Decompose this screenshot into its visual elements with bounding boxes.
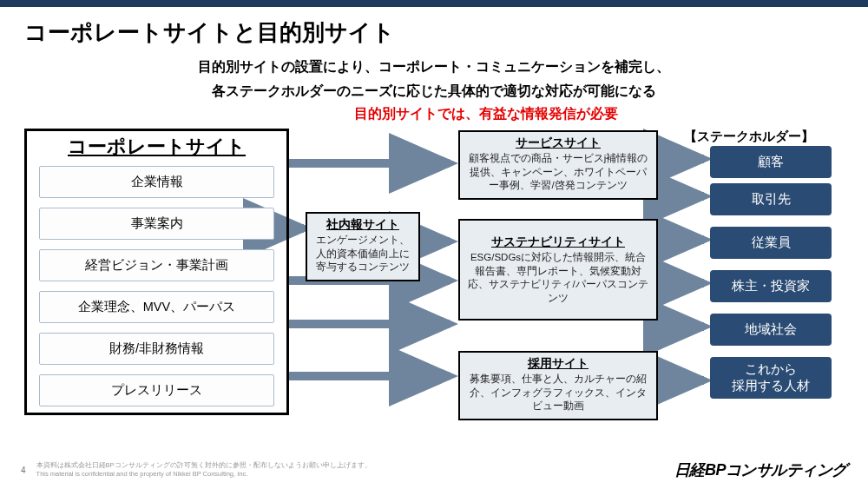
internal-site-title: 社内報サイト [314,217,411,233]
subtitle-line2: 各ステークホルダーのニーズに応じた具体的で適切な対応が可能になる [24,81,844,102]
page-title: コーポレートサイトと目的別サイト [24,17,844,48]
sustain-site-box: サステナビリティサイト ESG/SDGsに対応した情報開示、統合報告書、専門レポ… [458,219,658,320]
top-accent-bar [0,0,868,7]
stakeholder-customer: 顧客 [710,146,832,178]
corp-item: プレスリリース [39,374,274,406]
sustain-site-desc: ESG/SDGsに対応した情報開示、統合報告書、専門レポート、気候変動対応、サス… [467,251,649,305]
corporate-site-box: コーポレートサイト 企業情報 事業案内 経営ビジョン・事業計画 企業理念、MVV… [24,129,289,415]
recruit-site-title: 採用サイト [467,356,649,372]
stakeholder-employee: 従業員 [710,227,832,259]
service-site-title: サービスサイト [467,135,649,151]
recruit-site-desc: 募集要項、仕事と人、カルチャーの紹介、インフォグラフィックス、インタビュー動画 [467,373,649,413]
stakeholder-header: 【ステークホルダー】 [684,129,814,145]
service-site-box: サービスサイト 顧客視点での商品・サービスj補情報の提供、キャンペーン、ホワイト… [458,130,658,200]
brand-logo: 日経BPコンサルティング [674,459,847,480]
corp-item: 企業情報 [39,166,274,198]
subtitle-line1: 目的別サイトの設置により、コーポレート・コミュニケーションを補完し、 [24,56,844,77]
corp-item: 企業理念、MVV、パーパス [39,291,274,323]
disclaimer-en: This material is confidential and the pr… [36,470,372,479]
page-number: 4 [21,466,26,475]
stakeholder-community: 地域社会 [710,314,832,346]
stakeholder-talent: これから 採用する人材 [710,357,832,399]
internal-site-desc: エンゲージメント、人的資本価値向上に寄与するコンテンツ [314,234,411,274]
sustain-site-title: サステナビリティサイト [467,235,649,250]
recruit-site-box: 採用サイト 募集要項、仕事と人、カルチャーの紹介、インフォグラフィックス、インタ… [458,351,658,420]
disclaimer-jp: 本資料は株式会社日経BPコンサルティングの許可無く対外的に参照・配布しないようお… [36,461,372,470]
footer: 4 本資料は株式会社日経BPコンサルティングの許可無く対外的に参照・配布しないよ… [0,459,868,480]
internal-site-box: 社内報サイト エンゲージメント、人的資本価値向上に寄与するコンテンツ [306,212,420,281]
emphasis-text: 目的別サイトでは、有益な情報発信が必要 [24,105,844,123]
corp-item: 財務/非財務情報 [39,333,274,365]
corp-item: 経営ビジョン・事業計画 [39,249,274,281]
stakeholder-partner: 取引先 [710,183,832,215]
diagram-area: コーポレートサイト 企業情報 事業案内 経営ビジョン・事業計画 企業理念、MVV… [24,129,844,433]
corp-item: 事業案内 [39,208,274,240]
service-site-desc: 顧客視点での商品・サービスj補情報の提供、キャンペーン、ホワイトペーパー事例、学… [467,152,649,193]
corporate-items: 企業情報 事業案内 経営ビジョン・事業計画 企業理念、MVV、パーパス 財務/非… [27,166,286,406]
stakeholder-investor: 株主・投資家 [710,270,832,302]
slide-body: コーポレートサイトと目的別サイト 目的別サイトの設置により、コーポレート・コミュ… [0,7,868,433]
corporate-site-title: コーポレートサイト [27,131,286,166]
